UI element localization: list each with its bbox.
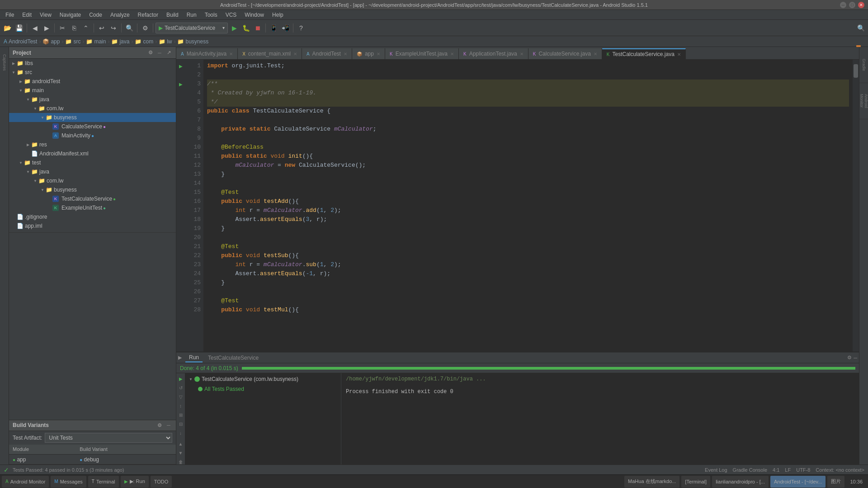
tree-item-busyness-main[interactable]: ▼ 📁 busyness (9, 113, 176, 122)
code-content[interactable]: import org.junit.Test; /** * Created by … (203, 60, 853, 352)
test-artifact-select[interactable]: Unit Tests Android Instrumentation Tests (45, 433, 172, 443)
menu-help[interactable]: Help (269, 11, 287, 19)
menu-window[interactable]: Window (241, 11, 268, 19)
menu-build[interactable]: Build (163, 11, 182, 19)
status-event-log[interactable]: Event Log (705, 467, 727, 473)
taskbar-mahua[interactable]: MaHua 在线markdo... (624, 476, 679, 488)
cut-button[interactable]: ✂ (57, 23, 68, 33)
tree-item-res[interactable]: ▶ 📁 res (9, 140, 176, 149)
tree-item-androidtest-src[interactable]: ▶ 📁 androidTest (9, 77, 176, 86)
menu-file[interactable]: File (2, 11, 18, 19)
sdk-manager-button[interactable]: 📱 (268, 23, 279, 33)
tab-close-app[interactable]: ✕ (377, 52, 380, 56)
minimize-button[interactable]: ─ (840, 2, 846, 8)
run-strip-scroll-down[interactable]: ▼ (177, 449, 184, 456)
run-strip-play[interactable]: ▶ (177, 375, 184, 382)
help-button[interactable]: ? (296, 23, 307, 33)
tab-close-exampleunittest[interactable]: ✕ (450, 52, 454, 56)
tree-item-src[interactable]: ▼ 📁 src (9, 68, 176, 77)
taskbar-run[interactable]: ▶ ▶: Run (121, 476, 149, 488)
tab-close-calculateservice[interactable]: ✕ (594, 52, 597, 56)
run-minimize-btn[interactable]: ─ (854, 355, 857, 361)
run-strip-sort[interactable]: ↕ (177, 402, 184, 409)
breadcrumb-item-com[interactable]: 📁 com (135, 38, 153, 45)
tree-item-busyness-test[interactable]: ▼ 📁 busyness (9, 185, 176, 194)
side-tool-terminal[interactable]: Android Monitor (859, 83, 868, 119)
tree-item-testcalculateservice[interactable]: K TestCalculateService ● (9, 194, 176, 203)
right-scroll-rail[interactable] (853, 60, 859, 352)
side-tool-gradle[interactable]: Gradle (859, 47, 868, 83)
tree-item-java-main[interactable]: ▼ 📁 java (9, 95, 176, 104)
breadcrumb-item-busyness[interactable]: 📁 busyness (177, 38, 208, 45)
menu-vcs[interactable]: VCS (222, 11, 241, 19)
taskbar-androidtest[interactable]: AndroidTest - [~/dev... (770, 476, 826, 488)
maximize-button[interactable]: □ (849, 2, 855, 8)
tab-applicationtest[interactable]: K ApplicationTest.java ✕ (459, 48, 528, 59)
taskbar-lianlian[interactable]: lianlianandroidpro - [... (712, 476, 769, 488)
paste-button[interactable]: ⌃ (80, 23, 91, 33)
run-strip-scroll-up[interactable]: ▲ (177, 440, 184, 447)
breadcrumb-item-lw[interactable]: 📁 lw (159, 38, 172, 45)
tab-close-androidtest[interactable]: ✕ (344, 52, 347, 56)
gutter-15[interactable]: ▶ (176, 61, 185, 70)
tab-testcalculateservice[interactable]: K TestCalculateService.java ✕ (602, 48, 686, 59)
run-strip-rerun[interactable]: ↺ (177, 384, 184, 391)
bv-variant-app[interactable]: ● debug (76, 455, 176, 465)
close-button[interactable]: ✕ (858, 2, 864, 8)
open-button[interactable]: 📂 (2, 23, 13, 33)
panel-minimize-btn[interactable]: ─ (156, 49, 163, 56)
menu-code[interactable]: Code (85, 11, 106, 19)
run-strip-collapse[interactable]: ⊟ (177, 420, 184, 427)
panel-expand-btn[interactable]: ↗ (165, 49, 172, 56)
menu-navigate[interactable]: Navigate (56, 11, 85, 19)
tab-close-contentmain[interactable]: ✕ (293, 52, 297, 56)
tab-calculateservice[interactable]: K CalculateService.java ✕ (528, 48, 602, 59)
run-icon[interactable]: ▶ (178, 355, 182, 361)
breadcrumb-item-java[interactable]: 📁 java (111, 38, 129, 45)
run-settings-btn[interactable]: ⚙ (847, 355, 852, 361)
tab-exampleunittest[interactable]: K ExampleUnitTest.java ✕ (385, 48, 459, 59)
breadcrumb-item-app[interactable]: 📦 app (42, 38, 60, 45)
captures-strip-btn[interactable]: Captures (1, 49, 8, 76)
debug-button[interactable]: 🐛 (241, 23, 251, 33)
bv-minimize-btn[interactable]: ─ (165, 422, 172, 429)
tree-item-libs[interactable]: ▶ 📁 libs (9, 59, 176, 68)
gutter-21[interactable]: ▶ (176, 80, 185, 89)
run-strip-clear[interactable]: 🗑 (177, 458, 184, 465)
run-tree-item-alltestspassed[interactable]: All Tests Passed (185, 384, 341, 394)
menu-run[interactable]: Run (183, 11, 200, 19)
run-config-dropdown[interactable]: ▶ TestCalculateService ▾ (156, 23, 228, 33)
copy-button[interactable]: ⎘ (69, 23, 80, 33)
search-everywhere-button[interactable]: 🔍 (855, 23, 866, 33)
status-encoding[interactable]: UTF-8 (796, 467, 810, 473)
tab-close-mainactivity[interactable]: ✕ (229, 52, 233, 56)
back-button[interactable]: ◀ (29, 23, 40, 33)
undo-button[interactable]: ↩ (96, 23, 107, 33)
run-tree-item-testcalculate[interactable]: ▼ TestCalculateService (com.lw.busyness) (185, 374, 341, 384)
tree-item-androidmanifest[interactable]: 📄 AndroidManifest.xml (9, 149, 176, 158)
taskbar-todo[interactable]: TODO (151, 476, 172, 488)
forward-button[interactable]: ▶ (41, 23, 52, 33)
menu-refactor[interactable]: Refactor (134, 11, 162, 19)
menu-analyze[interactable]: Analyze (107, 11, 133, 19)
search-button[interactable]: 🔍 (124, 23, 135, 33)
tree-item-comlw-main[interactable]: ▼ 📁 com.lw (9, 104, 176, 113)
breadcrumb-item-src[interactable]: 📁 src (65, 38, 80, 45)
avd-manager-button[interactable]: 📲 (280, 23, 291, 33)
tree-item-java-test[interactable]: ▼ 📁 java (9, 167, 176, 176)
menu-view[interactable]: View (36, 11, 55, 19)
run-strip-expand[interactable]: ⊞ (177, 411, 184, 418)
tree-item-calculateservice[interactable]: K CalculateService ● (9, 122, 176, 131)
tree-item-appiml[interactable]: 📄 app.iml (9, 221, 176, 230)
tree-item-gitignore[interactable]: 📄 .gitignore (9, 212, 176, 221)
stop-button[interactable]: ⏹ (252, 23, 263, 33)
save-button[interactable]: 💾 (14, 23, 24, 33)
tree-item-test[interactable]: ▼ 📁 test (9, 158, 176, 167)
taskbar-terminal2[interactable]: [Terminal] (681, 476, 710, 488)
tree-item-main[interactable]: ▼ 📁 main (9, 86, 176, 95)
tab-androidtest[interactable]: A AndroidTest ✕ (302, 48, 352, 59)
redo-button[interactable]: ↪ (108, 23, 119, 33)
bv-settings-btn[interactable]: ⚙ (156, 422, 163, 429)
menu-edit[interactable]: Edit (19, 11, 35, 19)
run-tab-run[interactable]: Run (185, 353, 203, 362)
